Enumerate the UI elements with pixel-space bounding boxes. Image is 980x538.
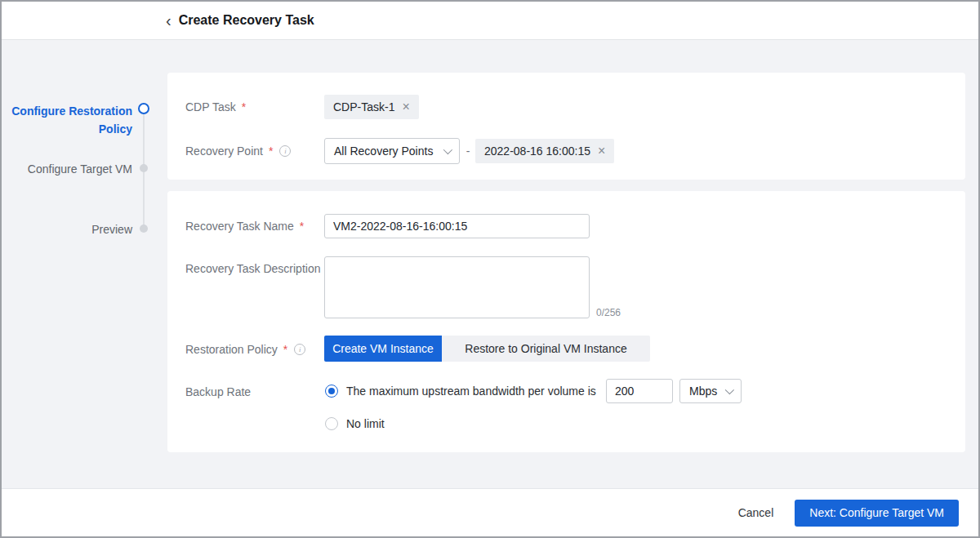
required-marker: * [283,343,287,356]
stepper-item-preview: Preview [10,222,132,237]
task-settings-panel: Recovery Task Name* Recovery Task Descri… [167,191,965,452]
step-indicator-pending [140,164,148,172]
stepper-item-configure-restoration-policy: Configure Restoration Policy [10,102,132,138]
bandwidth-value-input[interactable] [606,379,673,403]
wizard-stepper: Configure Restoration Policy Configure T… [2,40,165,488]
char-counter: 0/256 [596,307,621,318]
close-icon[interactable]: × [598,145,605,158]
cancel-button[interactable]: Cancel [738,506,774,519]
restoration-policy-label-text: Restoration Policy [185,343,278,356]
restoration-policy-toggle: Create VM Instance Restore to Original V… [324,336,650,362]
recovery-point-select[interactable]: All Recovery Points [324,138,460,164]
chevron-down-icon [443,145,452,154]
required-marker: * [300,220,304,233]
task-description-label: Recovery Task Description [185,256,320,281]
bandwidth-limit-radio-label: The maximum upstream bandwidth per volum… [346,385,596,398]
recovery-point-panel: CDP Task* CDP-Task-1 × Recovery Point* i… [167,73,965,180]
restoration-policy-label: Restoration Policy* i [185,336,305,362]
range-separator: - [463,138,473,164]
stepper-item-configure-target-vm: Configure Target VM [10,162,132,176]
no-limit-radio-row[interactable]: No limit [325,416,385,432]
radio-selected-icon[interactable] [325,385,338,398]
task-name-label: Recovery Task Name* [185,214,304,238]
task-name-input[interactable] [324,214,590,238]
backup-rate-label-text: Backup Rate [185,385,251,398]
policy-option-restore-original-button[interactable]: Restore to Original VM Instance [442,336,650,362]
bandwidth-unit-select[interactable]: Mbps [679,379,742,403]
cdp-task-tag: CDP-Task-1 × [324,95,419,119]
recovery-point-label: Recovery Point* i [185,138,291,164]
next-configure-target-vm-button[interactable]: Next: Configure Target VM [795,500,959,527]
info-icon[interactable]: i [279,145,291,157]
backup-rate-label: Backup Rate [185,380,251,404]
no-limit-radio-label: No limit [346,417,385,430]
recovery-point-tag-text: 2022-08-16 16:00:15 [484,145,590,158]
close-icon[interactable]: × [402,100,409,113]
info-icon[interactable]: i [294,344,305,355]
cdp-task-label: CDP Task* [185,95,246,119]
task-description-textarea[interactable] [324,256,590,318]
bandwidth-limit-radio-row[interactable]: The maximum upstream bandwidth per volum… [325,379,596,403]
task-name-label-text: Recovery Task Name [185,220,294,233]
radio-unselected-icon[interactable] [325,417,338,430]
step-indicator-pending [140,225,148,233]
recovery-point-tag: 2022-08-16 16:00:15 × [475,139,614,163]
bandwidth-unit-value: Mbps [689,385,717,398]
back-icon[interactable]: ‹ [166,12,172,29]
step-indicator-active [138,103,149,114]
policy-option-create-vm-button[interactable]: Create VM Instance [324,336,442,362]
wizard-footer: Cancel Next: Configure Target VM [2,488,978,536]
page-title: Create Recovery Task [179,13,314,28]
page-header: ‹ Create Recovery Task [2,2,978,40]
required-marker: * [269,145,273,158]
cdp-task-tag-text: CDP-Task-1 [333,100,394,113]
cdp-task-label-text: CDP Task [185,100,236,113]
chevron-down-icon [725,385,734,394]
required-marker: * [242,100,246,113]
recovery-point-label-text: Recovery Point [185,145,263,158]
recovery-point-select-value: All Recovery Points [334,145,433,158]
task-description-label-text: Recovery Task Description [185,262,320,275]
